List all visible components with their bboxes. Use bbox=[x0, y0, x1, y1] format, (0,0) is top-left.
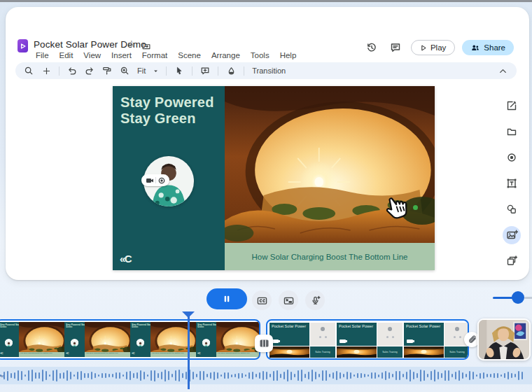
slide-caption[interactable]: How Solar Charging Boost The Bottom Line bbox=[225, 243, 435, 270]
mini-presenter-avatar bbox=[202, 339, 210, 346]
collapse-toolbar-icon[interactable] bbox=[498, 66, 508, 76]
menu-item-scene[interactable]: Scene bbox=[176, 50, 203, 60]
menu-item-arrange[interactable]: Arrange bbox=[209, 50, 242, 60]
scene2-title-card[interactable]: Pocket Solar Power bbox=[337, 323, 377, 346]
add-button[interactable] bbox=[40, 64, 52, 77]
slide-canvas[interactable]: Stay Powered Stay Green «C How Solar Cha… bbox=[113, 86, 435, 270]
transition-button[interactable]: Transition bbox=[251, 66, 287, 75]
waveform-bar bbox=[458, 370, 460, 381]
pause-button[interactable] bbox=[206, 288, 247, 309]
background-button[interactable] bbox=[225, 64, 237, 77]
scene1-photo[interactable]: How Solar Charging Boost The Bottom Line bbox=[19, 322, 64, 357]
chevron-down-icon[interactable] bbox=[152, 67, 160, 75]
comment-add-icon bbox=[200, 66, 210, 76]
zoom-fit-select[interactable]: Fit bbox=[136, 66, 147, 75]
scene2-title-card[interactable]: Pocket Solar Power bbox=[270, 323, 309, 346]
scene2-sunset-photo[interactable] bbox=[337, 346, 377, 358]
videocam-icon[interactable] bbox=[146, 176, 154, 185]
presenter-controls[interactable] bbox=[141, 174, 169, 186]
share-button[interactable]: Share bbox=[462, 40, 514, 55]
menu-item-edit[interactable]: Edit bbox=[57, 50, 76, 60]
scene1-thumbnail[interactable]: Stay Powered Stay Green «C How Solar Cha… bbox=[0, 322, 64, 357]
toolbar-divider bbox=[244, 66, 244, 76]
scene1-photo[interactable]: How Solar Charging Boost The Bottom Line bbox=[85, 322, 130, 357]
play-button[interactable]: Play bbox=[411, 40, 455, 55]
mic-add-button[interactable] bbox=[305, 290, 325, 310]
menu-item-view[interactable]: View bbox=[81, 50, 103, 60]
scene2-thumbnail[interactable]: Pocket Solar Power Sales Training bbox=[337, 323, 403, 356]
shapes-button[interactable] bbox=[503, 200, 521, 218]
menu-item-help[interactable]: Help bbox=[278, 50, 299, 60]
waveform-bar bbox=[214, 372, 215, 380]
timeline-zoom-slider[interactable] bbox=[493, 297, 532, 300]
waveform-bar bbox=[396, 371, 397, 380]
captions-button[interactable] bbox=[252, 290, 272, 310]
edit-toolbar: Fit Transition bbox=[15, 62, 517, 79]
playhead-line[interactable] bbox=[188, 316, 190, 389]
menu-item-tools[interactable]: Tools bbox=[248, 50, 272, 60]
insert-image-button[interactable] bbox=[503, 226, 521, 244]
audio-waveform-track[interactable]: « bbox=[0, 367, 532, 384]
waveform-bar bbox=[504, 373, 505, 379]
scene2-sunset-photo[interactable] bbox=[270, 346, 309, 358]
version-history-button[interactable] bbox=[363, 39, 380, 56]
scene1-title-card[interactable]: Stay Powered Stay Green «C bbox=[0, 322, 19, 357]
redo-button[interactable] bbox=[83, 64, 96, 77]
timeline-group-scene1[interactable]: Stay Powered Stay Green «C How Solar Cha… bbox=[0, 319, 260, 360]
clip-boundary-button[interactable] bbox=[255, 335, 273, 352]
scene2-sunset-photo[interactable] bbox=[404, 346, 444, 358]
webcam-clip-thumbnail[interactable] bbox=[477, 318, 531, 360]
scene2-placeholder-card[interactable] bbox=[310, 323, 335, 346]
scene2-placeholder-card[interactable] bbox=[377, 323, 402, 346]
waveform-bar bbox=[399, 371, 400, 381]
scene1-thumbnail[interactable]: Stay Powered Stay Green «C How Solar Cha… bbox=[196, 322, 260, 357]
slide-left-panel[interactable]: Stay Powered Stay Green «C bbox=[113, 86, 225, 270]
record-button[interactable] bbox=[503, 148, 521, 167]
menu-item-format[interactable]: Format bbox=[140, 50, 169, 60]
folder-button[interactable] bbox=[503, 122, 521, 141]
select-tool-button[interactable] bbox=[173, 64, 186, 77]
waveform-bar bbox=[161, 372, 162, 379]
edit-note-button[interactable] bbox=[503, 97, 521, 115]
add-scene-button[interactable] bbox=[503, 252, 521, 270]
scene2-title-card[interactable]: Pocket Solar Power bbox=[404, 323, 444, 346]
scene2-footer-card[interactable]: Sales Training bbox=[377, 346, 402, 358]
pip-button[interactable] bbox=[279, 290, 298, 310]
record-icon[interactable] bbox=[158, 176, 166, 185]
waveform-bar bbox=[406, 372, 407, 380]
menu-item-insert[interactable]: Insert bbox=[109, 50, 134, 60]
scene1-thumbnail[interactable]: Stay Powered Stay Green «C How Solar Cha… bbox=[130, 322, 196, 357]
timeline-group-scene2[interactable]: Pocket Solar Power Sales Training Pocket… bbox=[266, 319, 469, 360]
scene1-title-card[interactable]: Stay Powered Stay Green «C bbox=[64, 322, 85, 357]
undo-button[interactable] bbox=[66, 64, 78, 77]
scene1-thumbnail[interactable]: Stay Powered Stay Green «C How Solar Cha… bbox=[64, 322, 130, 357]
waveform-bar bbox=[74, 374, 75, 377]
scene2-thumbnail[interactable]: Pocket Solar Power Sales Training bbox=[270, 323, 336, 356]
scene2-footer-card[interactable]: Sales Training bbox=[310, 346, 335, 358]
scene1-title-card[interactable]: Stay Powered Stay Green «C bbox=[130, 322, 150, 357]
waveform-bar bbox=[140, 370, 141, 381]
image-add-icon bbox=[506, 230, 518, 241]
paint-format-button[interactable] bbox=[101, 64, 113, 77]
scene1-title-card[interactable]: Stay Powered Stay Green «C bbox=[196, 322, 216, 357]
menu-item-file[interactable]: File bbox=[34, 50, 51, 60]
waveform-bar bbox=[332, 372, 334, 379]
slider-handle[interactable] bbox=[512, 291, 524, 304]
star-icon[interactable]: ☆ bbox=[127, 38, 136, 49]
scene2-footer-card[interactable]: Sales Training bbox=[444, 346, 469, 358]
waveform-bar bbox=[410, 370, 411, 381]
add-comment-button[interactable] bbox=[199, 64, 211, 77]
comments-button[interactable] bbox=[387, 39, 404, 56]
waveform-bar bbox=[42, 370, 43, 382]
waveform-bar bbox=[479, 373, 481, 379]
scene1-photo[interactable]: How Solar Charging Boost The Bottom Line bbox=[216, 322, 260, 357]
slide-heading[interactable]: Stay Powered Stay Green bbox=[120, 94, 214, 127]
waveform-bar bbox=[80, 371, 82, 379]
zoom-button[interactable] bbox=[118, 64, 131, 77]
vids-app-logo[interactable] bbox=[18, 39, 28, 52]
search-button[interactable] bbox=[22, 64, 35, 77]
scene2-thumbnail[interactable]: Pocket Solar Power Sales Training bbox=[404, 323, 469, 356]
waveform-bar bbox=[119, 372, 120, 378]
text-box-button[interactable] bbox=[503, 174, 521, 192]
waveform-bar bbox=[172, 374, 173, 377]
